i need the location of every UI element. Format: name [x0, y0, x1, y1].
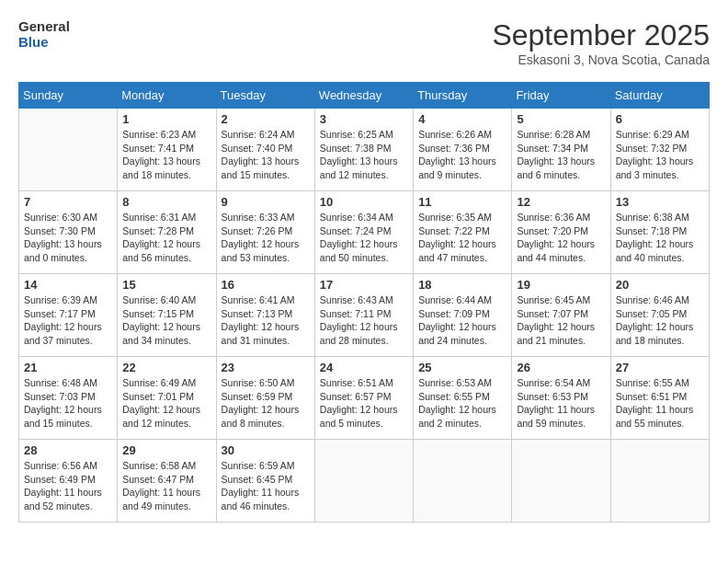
calendar-cell: 17Sunrise: 6:43 AM Sunset: 7:11 PM Dayli… [314, 274, 413, 357]
calendar-week-2: 7Sunrise: 6:30 AM Sunset: 7:30 PM Daylig… [19, 191, 710, 274]
day-number: 10 [320, 195, 408, 209]
logo-combined: General Blue [18, 18, 70, 51]
day-number: 30 [222, 443, 310, 457]
logo: General Blue [18, 18, 70, 51]
day-number: 1 [122, 112, 210, 126]
day-number: 19 [517, 278, 605, 292]
calendar-table: SundayMondayTuesdayWednesdayThursdayFrid… [18, 82, 710, 523]
calendar-cell: 19Sunrise: 6:45 AM Sunset: 7:07 PM Dayli… [512, 274, 610, 357]
calendar-cell [19, 109, 118, 191]
day-info: Sunrise: 6:56 AM Sunset: 6:49 PM Dayligh… [24, 459, 112, 513]
calendar-cell [414, 440, 512, 523]
calendar-cell: 9Sunrise: 6:33 AM Sunset: 7:26 PM Daylig… [216, 191, 314, 274]
calendar-cell: 7Sunrise: 6:30 AM Sunset: 7:30 PM Daylig… [19, 191, 118, 274]
day-number: 28 [24, 443, 112, 457]
calendar-cell: 4Sunrise: 6:26 AM Sunset: 7:36 PM Daylig… [414, 109, 512, 191]
day-info: Sunrise: 6:54 AM Sunset: 6:53 PM Dayligh… [517, 376, 605, 431]
calendar-cell: 22Sunrise: 6:49 AM Sunset: 7:01 PM Dayli… [118, 357, 216, 440]
day-number: 4 [418, 112, 506, 126]
calendar-cell: 20Sunrise: 6:46 AM Sunset: 7:05 PM Dayli… [610, 274, 709, 357]
column-header-thursday: Thursday [414, 83, 512, 109]
day-info: Sunrise: 6:31 AM Sunset: 7:28 PM Dayligh… [122, 211, 210, 265]
day-info: Sunrise: 6:30 AM Sunset: 7:30 PM Dayligh… [24, 211, 112, 265]
day-info: Sunrise: 6:40 AM Sunset: 7:15 PM Dayligh… [122, 293, 210, 348]
calendar-cell: 13Sunrise: 6:38 AM Sunset: 7:18 PM Dayli… [610, 191, 709, 274]
calendar-cell: 29Sunrise: 6:58 AM Sunset: 6:47 PM Dayli… [118, 440, 216, 523]
day-info: Sunrise: 6:44 AM Sunset: 7:09 PM Dayligh… [418, 293, 506, 348]
day-number: 15 [122, 278, 210, 292]
day-number: 21 [24, 361, 112, 374]
calendar-cell: 25Sunrise: 6:53 AM Sunset: 6:55 PM Dayli… [414, 357, 512, 440]
day-number: 29 [122, 443, 210, 457]
day-number: 11 [418, 195, 506, 209]
calendar-cell: 15Sunrise: 6:40 AM Sunset: 7:15 PM Dayli… [118, 274, 216, 357]
day-number: 27 [616, 361, 704, 374]
calendar-cell: 10Sunrise: 6:34 AM Sunset: 7:24 PM Dayli… [314, 191, 413, 274]
title-block: September 2025 Eskasoni 3, Nova Scotia, … [492, 18, 710, 67]
day-info: Sunrise: 6:34 AM Sunset: 7:24 PM Dayligh… [320, 211, 408, 265]
calendar-cell: 14Sunrise: 6:39 AM Sunset: 7:17 PM Dayli… [19, 274, 118, 357]
day-number: 7 [24, 195, 112, 209]
calendar-cell: 12Sunrise: 6:36 AM Sunset: 7:20 PM Dayli… [512, 191, 610, 274]
day-number: 24 [320, 361, 408, 374]
day-info: Sunrise: 6:50 AM Sunset: 6:59 PM Dayligh… [222, 376, 310, 431]
calendar-cell: 2Sunrise: 6:24 AM Sunset: 7:40 PM Daylig… [216, 109, 314, 191]
logo-blue: Blue [18, 34, 70, 50]
calendar-week-4: 21Sunrise: 6:48 AM Sunset: 7:03 PM Dayli… [19, 357, 710, 440]
calendar-cell: 5Sunrise: 6:28 AM Sunset: 7:34 PM Daylig… [512, 109, 610, 191]
calendar-cell [512, 440, 610, 523]
column-header-wednesday: Wednesday [314, 83, 413, 109]
day-info: Sunrise: 6:43 AM Sunset: 7:11 PM Dayligh… [320, 293, 408, 348]
day-number: 9 [222, 195, 310, 209]
page-header: General Blue September 2025 Eskasoni 3, … [18, 18, 710, 67]
day-number: 17 [320, 278, 408, 292]
calendar-cell: 26Sunrise: 6:54 AM Sunset: 6:53 PM Dayli… [512, 357, 610, 440]
day-number: 2 [222, 112, 310, 126]
day-number: 8 [122, 195, 210, 209]
calendar-cell: 21Sunrise: 6:48 AM Sunset: 7:03 PM Dayli… [19, 357, 118, 440]
day-number: 23 [222, 361, 310, 374]
day-info: Sunrise: 6:33 AM Sunset: 7:26 PM Dayligh… [222, 211, 310, 265]
calendar-cell: 23Sunrise: 6:50 AM Sunset: 6:59 PM Dayli… [216, 357, 314, 440]
logo-general: General [18, 18, 70, 34]
calendar-cell [314, 440, 413, 523]
column-header-tuesday: Tuesday [216, 83, 314, 109]
day-info: Sunrise: 6:53 AM Sunset: 6:55 PM Dayligh… [418, 376, 506, 431]
column-header-friday: Friday [512, 83, 610, 109]
day-number: 5 [517, 112, 605, 126]
day-number: 25 [418, 361, 506, 374]
calendar-cell: 8Sunrise: 6:31 AM Sunset: 7:28 PM Daylig… [118, 191, 216, 274]
day-info: Sunrise: 6:58 AM Sunset: 6:47 PM Dayligh… [122, 459, 210, 513]
calendar-cell: 28Sunrise: 6:56 AM Sunset: 6:49 PM Dayli… [19, 440, 118, 523]
calendar-cell: 24Sunrise: 6:51 AM Sunset: 6:57 PM Dayli… [314, 357, 413, 440]
day-info: Sunrise: 6:36 AM Sunset: 7:20 PM Dayligh… [517, 211, 605, 265]
day-number: 26 [517, 361, 605, 374]
day-number: 14 [24, 278, 112, 292]
column-header-sunday: Sunday [19, 83, 118, 109]
day-number: 16 [222, 278, 310, 292]
day-number: 12 [517, 195, 605, 209]
day-info: Sunrise: 6:48 AM Sunset: 7:03 PM Dayligh… [24, 376, 112, 431]
calendar-header-row: SundayMondayTuesdayWednesdayThursdayFrid… [19, 83, 710, 109]
day-info: Sunrise: 6:24 AM Sunset: 7:40 PM Dayligh… [222, 128, 310, 182]
day-info: Sunrise: 6:38 AM Sunset: 7:18 PM Dayligh… [616, 211, 704, 265]
calendar-cell: 3Sunrise: 6:25 AM Sunset: 7:38 PM Daylig… [314, 109, 413, 191]
day-info: Sunrise: 6:49 AM Sunset: 7:01 PM Dayligh… [122, 376, 210, 431]
day-info: Sunrise: 6:23 AM Sunset: 7:41 PM Dayligh… [122, 128, 210, 182]
day-number: 20 [616, 278, 704, 292]
calendar-week-3: 14Sunrise: 6:39 AM Sunset: 7:17 PM Dayli… [19, 274, 710, 357]
calendar-week-5: 28Sunrise: 6:56 AM Sunset: 6:49 PM Dayli… [19, 440, 710, 523]
calendar-cell: 30Sunrise: 6:59 AM Sunset: 6:45 PM Dayli… [216, 440, 314, 523]
calendar-cell: 27Sunrise: 6:55 AM Sunset: 6:51 PM Dayli… [610, 357, 709, 440]
calendar-cell: 11Sunrise: 6:35 AM Sunset: 7:22 PM Dayli… [414, 191, 512, 274]
day-info: Sunrise: 6:29 AM Sunset: 7:32 PM Dayligh… [616, 128, 704, 182]
day-info: Sunrise: 6:45 AM Sunset: 7:07 PM Dayligh… [517, 293, 605, 348]
day-info: Sunrise: 6:51 AM Sunset: 6:57 PM Dayligh… [320, 376, 408, 431]
day-info: Sunrise: 6:35 AM Sunset: 7:22 PM Dayligh… [418, 211, 506, 265]
day-info: Sunrise: 6:59 AM Sunset: 6:45 PM Dayligh… [222, 459, 310, 513]
day-info: Sunrise: 6:26 AM Sunset: 7:36 PM Dayligh… [418, 128, 506, 182]
calendar-cell [610, 440, 709, 523]
day-info: Sunrise: 6:46 AM Sunset: 7:05 PM Dayligh… [616, 293, 704, 348]
day-number: 22 [122, 361, 210, 374]
calendar-cell: 1Sunrise: 6:23 AM Sunset: 7:41 PM Daylig… [118, 109, 216, 191]
